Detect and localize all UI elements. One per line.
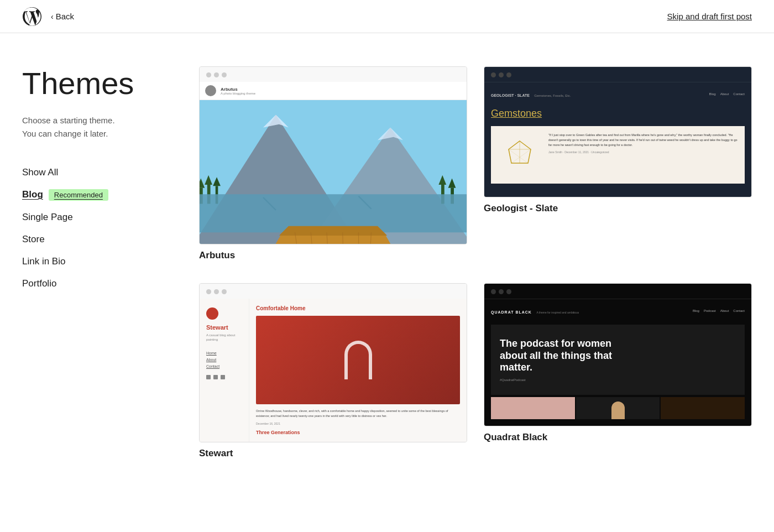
stewart-site-name: Stewart (206, 324, 242, 331)
sidebar-item-show-all[interactable]: Show All (22, 163, 166, 182)
sidebar-item-blog[interactable]: Blog Recommended (22, 185, 166, 205)
quadrat-thumb-1 (491, 397, 575, 419)
quadrat-preview-wrapper: QUADRAT BLACK A theme for inspired and a… (484, 283, 752, 426)
arbutus-theme-name: Arbutus (199, 250, 467, 261)
quadrat-thumb-2 (576, 397, 660, 419)
dot-2 (214, 289, 219, 294)
stewart-theme-name: Stewart (199, 448, 467, 459)
stewart-social (206, 375, 242, 379)
quadrat-bottom-images (491, 397, 745, 419)
stewart-body-text: Orrine Woodhouse, handsome, clever, and … (256, 409, 460, 419)
main-content: Themes Choose a starting theme. You can … (0, 33, 774, 481)
quadrat-brand-sub: A theme for inspired and ambitious (536, 311, 579, 314)
stewart-arch-decoration (344, 341, 372, 379)
theme-grid: Arbutus A photo blogging theme (199, 66, 752, 459)
dot-1 (491, 72, 496, 77)
arbutus-site-info: Arbutus A photo blogging theme (221, 87, 255, 95)
window-dots (200, 67, 467, 82)
theme-card-arbutus[interactable]: Arbutus A photo blogging theme (199, 66, 467, 261)
dot-1 (206, 289, 211, 294)
dot-3 (222, 72, 227, 77)
sidebar: Themes Choose a starting theme. You can … (22, 66, 166, 459)
dot-2 (499, 72, 504, 77)
stewart-nav-about: About (206, 358, 242, 362)
window-dots-stewart (200, 284, 467, 299)
window-dots-geologist (484, 67, 751, 82)
theme-card-geologist[interactable]: GEOLOGIST · SLATE Gemstones, Fossils, Et… (484, 66, 752, 261)
sidebar-item-link-in-bio[interactable]: Link in Bio (22, 252, 166, 272)
quadrat-figure (611, 401, 625, 419)
theme-category-nav: Show All Blog Recommended Single Page St… (22, 163, 166, 294)
quadrat-hero: The podcast for women about all the thin… (491, 325, 745, 395)
geologist-meta: Jane Smith · December 11, 2021 · Uncateg… (548, 150, 738, 154)
geologist-nav-links: Blog About Contact (709, 92, 745, 96)
geologist-headline: Gemstones (491, 108, 745, 119)
back-chevron-icon: ‹ (51, 12, 54, 21)
quadrat-brand-block: QUADRAT BLACK A theme for inspired and a… (491, 306, 579, 316)
back-button[interactable]: ‹ Back (51, 12, 74, 21)
arbutus-avatar (205, 85, 216, 96)
stewart-sidebar-col: Stewart A casual blog about painting Hom… (200, 299, 249, 442)
stewart-date: December 16, 2021 (256, 422, 460, 425)
arbutus-scene-svg (200, 100, 467, 244)
back-label: Back (56, 12, 74, 21)
geologist-theme-name: Geologist - Slate (484, 203, 752, 214)
stewart-preview-content: Stewart A casual blog about painting Hom… (200, 299, 467, 442)
arbutus-site-name: Arbutus (221, 87, 255, 92)
quadrat-headline: The podcast for women about all the thin… (500, 338, 736, 374)
stewart-preview-wrapper: Stewart A casual blog about painting Hom… (199, 283, 467, 442)
arbutus-preview-content: Arbutus A photo blogging theme (200, 82, 467, 244)
dot-1 (206, 72, 211, 77)
stewart-main-col: Comfortable Home Orrine Woodhouse, hands… (249, 299, 467, 442)
dot-1 (491, 289, 496, 294)
quadrat-theme-name: Quadrat Black (484, 432, 752, 443)
page-subtitle: Choose a starting theme. You can change … (22, 114, 166, 140)
geologist-brand-block: GEOLOGIST · SLATE Gemstones, Fossils, Et… (491, 89, 571, 99)
dot-3 (506, 289, 511, 294)
geologist-preview-content: GEOLOGIST · SLATE Gemstones, Fossils, Et… (484, 82, 751, 197)
geologist-article-text: "If I just stop over to Green Gables aft… (548, 133, 738, 177)
page-title: Themes (22, 66, 166, 101)
dot-2 (499, 289, 504, 294)
stewart-article-title: Comfortable Home (256, 305, 460, 311)
arbutus-preview: Arbutus A photo blogging theme (199, 66, 467, 244)
sidebar-item-single-page[interactable]: Single Page (22, 207, 166, 227)
geologist-preview-wrapper: GEOLOGIST · SLATE Gemstones, Fossils, Et… (484, 66, 752, 197)
geologist-gem-illustration (498, 133, 542, 177)
stewart-nav-contact: Contact (206, 364, 242, 368)
facebook-icon (213, 375, 218, 379)
dot-3 (222, 289, 227, 294)
stewart-logo (206, 307, 218, 320)
quadrat-nav: QUADRAT BLACK A theme for inspired and a… (491, 306, 745, 316)
theme-card-quadrat[interactable]: QUADRAT BLACK A theme for inspired and a… (484, 283, 752, 459)
dot-3 (506, 72, 511, 77)
quadrat-hashtag: #QuadratPodcast (500, 378, 736, 382)
stewart-featured-image (256, 316, 460, 404)
sidebar-item-portfolio[interactable]: Portfolio (22, 274, 166, 294)
geologist-article-card: "If I just stop over to Green Gables aft… (491, 126, 745, 184)
dot-2 (214, 72, 219, 77)
quadrat-nav-links: Blog Podcast About Contact (693, 309, 745, 312)
arbutus-tagline: A photo blogging theme (221, 92, 255, 95)
stewart-next-title: Three Generations (256, 430, 460, 435)
geologist-nav: GEOLOGIST · SLATE Gemstones, Fossils, Et… (491, 89, 745, 99)
quadrat-thumb-3 (661, 397, 745, 419)
arbutus-header: Arbutus A photo blogging theme (200, 82, 467, 100)
sidebar-item-store[interactable]: Store (22, 230, 166, 249)
arbutus-hero-image (200, 100, 467, 244)
stewart-nav-home: Home (206, 351, 242, 355)
stewart-tagline: A casual blog about painting (206, 333, 242, 342)
recommended-badge: Recommended (49, 189, 108, 201)
skip-link[interactable]: Skip and draft first post (667, 12, 752, 21)
window-dots-quadrat (484, 284, 751, 299)
twitter-icon (206, 375, 211, 379)
quadrat-preview-content: QUADRAT BLACK A theme for inspired and a… (484, 299, 751, 426)
geologist-body: "If I just stop over to Green Gables aft… (548, 133, 738, 147)
theme-card-stewart[interactable]: Stewart A casual blog about painting Hom… (199, 283, 467, 459)
header-left: ‹ Back (22, 7, 74, 27)
header: ‹ Back Skip and draft first post (0, 0, 774, 33)
instagram-icon (221, 375, 225, 379)
wordpress-logo (22, 7, 42, 27)
